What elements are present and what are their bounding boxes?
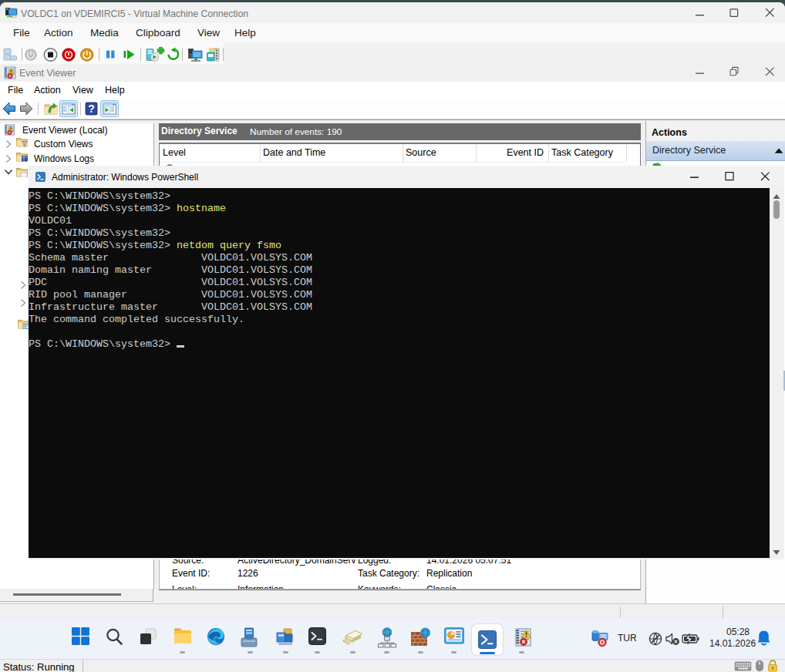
- svg-text:?: ?: [88, 102, 95, 115]
